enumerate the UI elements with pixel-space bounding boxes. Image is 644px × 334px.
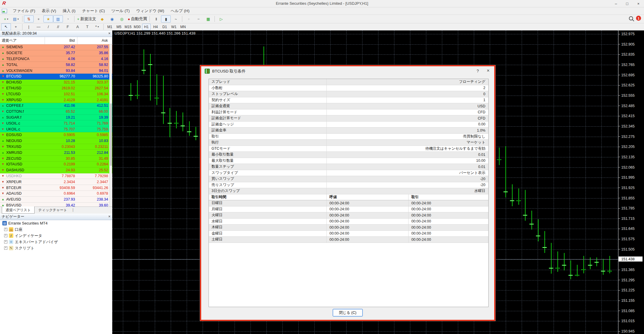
expand-toggle[interactable]: + (4, 240, 7, 243)
market-watch-close-icon[interactable]: × (108, 31, 110, 36)
navigator-item-account-root[interactable]: ▤Errante Securities MT4 (0, 220, 112, 226)
price-axis[interactable]: 152.975152.905152.835152.765152.695152.6… (618, 30, 644, 334)
new-chart-button[interactable]: +▾ (1, 15, 11, 22)
menu-item-6[interactable]: ヘルプ (H) (167, 7, 193, 15)
menu-item-3[interactable]: チャート (C) (79, 7, 108, 15)
profiles-button[interactable]: ▤▾ (11, 15, 21, 22)
market-watch-row-ethusd[interactable]: ▼ETHUSD2619.022627.54 (0, 85, 112, 91)
timeframe-h1[interactable]: H1 (142, 24, 151, 30)
horizontal-line-button[interactable]: — (34, 23, 43, 30)
menu-item-4[interactable]: ツール (T) (108, 7, 133, 15)
trendline-button[interactable]: / (43, 23, 53, 30)
timeframe-d1[interactable]: D1 (160, 24, 169, 30)
column-header-symbol[interactable]: 通貨ペア (0, 37, 45, 44)
expand-toggle[interactable]: + (4, 228, 7, 231)
market-watch-row-xrpusd[interactable]: ▼XRPUSD2.41292.4191 (0, 97, 112, 103)
expand-toggle[interactable]: + (4, 234, 7, 237)
signals-button[interactable]: ◎ (117, 15, 127, 22)
vertical-line-button[interactable]: | (24, 23, 34, 30)
timeframe-w1[interactable]: W1 (170, 24, 178, 30)
text-button[interactable]: A (73, 23, 82, 30)
market-watch-row-aveusd[interactable]: ▲AVEUSD237.93238.34 (0, 197, 112, 203)
chart-window-icon[interactable] (2, 9, 7, 13)
scrollbar-thumb[interactable] (110, 104, 112, 166)
market-watch-row-ukoil.c[interactable]: ▼UKOIL.c75.70775.759 (0, 126, 112, 132)
crosshair-button[interactable]: + (11, 23, 21, 30)
market-watch-row-societe[interactable]: ▲SOCIETE35.7735.86 (0, 50, 112, 56)
market-watch-row-xrpeur[interactable]: ▼XRPEUR2.34342.3447 (0, 179, 112, 185)
timeframe-m30[interactable]: M30 (133, 24, 142, 30)
arrows-button[interactable]: *▾ (92, 23, 102, 30)
metaeditor-button[interactable]: ◆ (97, 15, 107, 22)
market-watch-row-xmrusd[interactable]: ▲XMRUSD211.53212.84 (0, 150, 112, 156)
navigator-close-icon[interactable]: × (108, 214, 110, 219)
column-header-bid[interactable]: Bid (45, 37, 77, 44)
expand-toggle[interactable]: + (4, 246, 7, 250)
market-watch-row-total[interactable]: ▲TOTAL58.8258.92 (0, 62, 112, 68)
bar-chart-mode-button[interactable]: ‖ (151, 15, 161, 22)
market-watch-row-btceur[interactable]: ▼BTCEUR93408.5993441.26 (0, 185, 112, 191)
candlestick-mode-button[interactable]: ▮ (161, 15, 171, 22)
terminal-toggle[interactable]: ▥ (53, 15, 63, 22)
market-watch-row-usdhkd[interactable]: ▼USDHKD7.788787.79298 (0, 173, 112, 179)
market-watch-scrollbar[interactable] (109, 44, 112, 206)
data-window-toggle[interactable]: + (34, 15, 43, 22)
equidistant-channel-button[interactable]: // (53, 23, 63, 30)
menu-item-2[interactable]: 挿入 (I) (59, 7, 79, 15)
timeframe-h4[interactable]: H4 (151, 24, 160, 30)
market-watch-row-volkswagen[interactable]: ▲VOLKSWAGEN93.8494.01 (0, 68, 112, 74)
market-watch-row-iotausd[interactable]: ▼IOTAUSD0.21990.2264 (0, 162, 112, 167)
minimize-button[interactable]: – (610, 0, 622, 7)
notification-badge[interactable]: 1 (636, 16, 641, 21)
market-watch-row-trxusd[interactable]: ▼TRXUSD0.230430.23211 (0, 144, 112, 150)
line-chart-mode-button[interactable]: ~ (171, 15, 180, 22)
market-watch-row-dashusd[interactable]: ▼DASHUSD24.9325.52 (0, 167, 112, 173)
timeframe-m1[interactable]: M1 (105, 24, 114, 30)
new-order-button[interactable]: +新規注文 (76, 15, 97, 22)
dialog-close-button[interactable]: × (487, 68, 489, 73)
close-button[interactable]: × (633, 0, 644, 7)
navigator-item-3[interactable]: +✎スクリプト (0, 245, 112, 251)
menu-item-0[interactable]: ファイル (F) (9, 7, 38, 15)
dialog-help-button[interactable]: ? (477, 69, 479, 73)
market-watch-row-bsvusd[interactable]: ▲BSVUSD39.4239.60 (0, 203, 112, 206)
market-watch-row-bchusd[interactable]: ▼BCHUSD321.15323.37 (0, 80, 112, 85)
strategy-tester-toggle[interactable]: ◔ (63, 15, 73, 22)
fibonacci-button[interactable]: F (63, 23, 73, 30)
market-watch-row-siemens[interactable]: ▲SIEMENS207.42207.55 (0, 44, 112, 50)
close-dialog-button[interactable]: 閉じる (C) (333, 309, 363, 317)
navigator-toggle[interactable]: ★ (43, 15, 53, 22)
auto-scroll-button[interactable]: ▷ (216, 15, 226, 22)
market-watch-row-adausd[interactable]: ▼ADAUSD0.69640.6978 (0, 191, 112, 197)
market-watch-row-eosusd[interactable]: ▼EOSUSD0.59050.5985 (0, 132, 112, 138)
market-watch-row-sugar.f[interactable]: ▲SUGAR.f19.2119.39 (0, 115, 112, 121)
market-watch-toggle[interactable]: ⇅ (24, 15, 34, 22)
timeframe-m15[interactable]: M15 (124, 24, 132, 30)
market-watch-row-coffee.f[interactable]: ▲COFFEE.f411.06412.51 (0, 103, 112, 109)
tab-tick-chart[interactable]: ティックチャート (35, 207, 71, 213)
market-watch-row-telefonica[interactable]: ▲TELEFONICA4.064.16 (0, 56, 112, 62)
menu-item-5[interactable]: ウィンドウ (W) (133, 7, 167, 15)
zoom-out-button[interactable]: − (193, 15, 203, 22)
navigator-item-2[interactable]: +♔エキスパートアドバイザ (0, 239, 112, 245)
navigator-item-0[interactable]: +☺口座 (0, 226, 112, 233)
menu-item-1[interactable]: 表示 (V) (38, 7, 59, 15)
tile-windows-button[interactable]: ▦ (203, 15, 213, 22)
timeframe-m5[interactable]: M5 (115, 24, 123, 30)
cursor-button[interactable]: ↖ (1, 23, 11, 30)
market-watch-row-cotton.f[interactable]: ▼COTTON.f65.5266.00 (0, 109, 112, 115)
timeframe-mn[interactable]: MN (179, 24, 187, 30)
market-watch-row-neousd[interactable]: ▲NEOUSD10.2810.83 (0, 138, 112, 144)
autotrading-button[interactable]: ●自動売買 (127, 15, 148, 22)
market-watch-row-btcusd[interactable]: ▼BTCUSD96277.7096325.80 (0, 74, 112, 80)
market-watch-row-usoil.c[interactable]: ▼USOIL.c71.71471.769 (0, 120, 112, 126)
mql5-community-button[interactable]: ◉ (107, 15, 117, 22)
market-watch-row-ltcusd[interactable]: ▼LTCUSD102.51106.34 (0, 91, 112, 97)
navigator-item-1[interactable]: +fインディケータ (0, 233, 112, 239)
text-label-button[interactable]: T (82, 23, 92, 30)
market-watch-row-zecusd[interactable]: ▼ZECUSD30.8531.49 (0, 156, 112, 162)
column-header-ask[interactable]: Ask (77, 37, 112, 44)
tab-symbols[interactable]: 通貨ペアリスト (2, 206, 35, 214)
search-icon[interactable] (629, 16, 633, 20)
maximize-button[interactable]: □ (622, 0, 633, 7)
